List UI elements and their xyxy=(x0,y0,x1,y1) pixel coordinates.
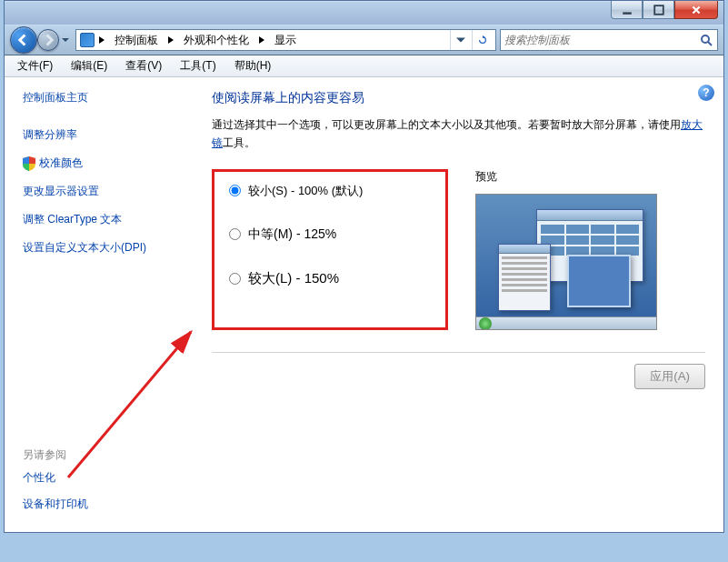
breadcrumb-root-chevron[interactable] xyxy=(96,36,107,44)
menubar: 文件(F) 编辑(E) 查看(V) 工具(T) 帮助(H) xyxy=(5,55,723,77)
highlighted-options-box: 较小(S) - 100% (默认) 中等(M) - 125% 较大(L) - 1… xyxy=(212,169,448,330)
search-box[interactable] xyxy=(500,29,718,51)
page-title: 使阅读屏幕上的内容更容易 xyxy=(212,90,705,106)
radio-large[interactable] xyxy=(229,273,241,285)
main-content: ? 使阅读屏幕上的内容更容易 通过选择其中一个选项，可以更改屏幕上的文本大小以及… xyxy=(195,77,723,532)
menu-edit[interactable]: 编辑(E) xyxy=(62,56,116,75)
refresh-button[interactable] xyxy=(472,30,492,50)
menu-view[interactable]: 查看(V) xyxy=(116,56,171,75)
radio-large-label: 较大(L) - 150% xyxy=(248,270,339,287)
sidebar-link-dpi[interactable]: 设置自定义文本大小(DPI) xyxy=(23,240,195,256)
see-also-heading: 另请参阅 xyxy=(23,447,195,463)
svg-rect-1 xyxy=(654,5,663,15)
menu-help[interactable]: 帮助(H) xyxy=(225,56,281,75)
radio-option-medium[interactable]: 中等(M) - 125% xyxy=(229,226,418,243)
help-icon[interactable]: ? xyxy=(698,85,714,101)
address-dropdown[interactable] xyxy=(450,30,470,50)
sidebar: 控制面板主页 调整分辨率 校准颜色 更改显示器设置 调整 ClearType 文… xyxy=(5,77,195,532)
radio-medium-label: 中等(M) - 125% xyxy=(248,226,336,243)
maximize-button[interactable] xyxy=(643,1,674,19)
titlebar xyxy=(5,1,723,25)
sidebar-home-link[interactable]: 控制面板主页 xyxy=(23,90,195,105)
radio-small-label: 较小(S) - 100% (默认) xyxy=(248,183,363,199)
page-description: 通过选择其中一个选项，可以更改屏幕上的文本大小以及其他项。若要暂时放大部分屏幕，… xyxy=(212,115,705,153)
radio-option-large[interactable]: 较大(L) - 150% xyxy=(229,270,418,287)
breadcrumb-chevron-1[interactable] xyxy=(256,36,267,44)
divider xyxy=(212,352,705,353)
breadcrumb-item-1[interactable]: 外观和个性化 xyxy=(178,30,254,50)
address-bar[interactable]: 控制面板 外观和个性化 显示 xyxy=(75,29,496,51)
search-icon[interactable] xyxy=(699,33,713,47)
sidebar-link-display-settings[interactable]: 更改显示器设置 xyxy=(23,184,195,199)
close-button[interactable] xyxy=(674,1,718,19)
search-input[interactable] xyxy=(504,34,699,46)
breadcrumb-chevron-0[interactable] xyxy=(165,36,176,44)
menu-file[interactable]: 文件(F) xyxy=(8,56,62,75)
sidebar-link-cleartype[interactable]: 调整 ClearType 文本 xyxy=(23,212,195,227)
svg-rect-0 xyxy=(623,12,632,14)
radio-option-small[interactable]: 较小(S) - 100% (默认) xyxy=(229,183,418,199)
see-also-devices[interactable]: 设备和打印机 xyxy=(23,497,195,512)
nav-history-dropdown[interactable] xyxy=(59,26,72,54)
preview-thumbnail xyxy=(475,194,657,330)
navbar: 控制面板 外观和个性化 显示 xyxy=(5,25,723,55)
menu-tools[interactable]: 工具(T) xyxy=(171,56,224,75)
sidebar-link-calibrate[interactable]: 校准颜色 xyxy=(39,156,83,171)
sidebar-link-resolution[interactable]: 调整分辨率 xyxy=(23,127,195,143)
nav-forward-button[interactable] xyxy=(37,29,59,51)
see-also-personalize[interactable]: 个性化 xyxy=(23,470,195,486)
breadcrumb-item-0[interactable]: 控制面板 xyxy=(109,30,164,50)
svg-point-2 xyxy=(702,35,709,43)
control-panel-icon xyxy=(80,33,95,47)
shield-icon xyxy=(23,156,35,171)
minimize-button[interactable] xyxy=(611,1,643,19)
radio-small[interactable] xyxy=(229,185,241,196)
apply-button[interactable]: 应用(A) xyxy=(634,364,705,389)
breadcrumb-item-2[interactable]: 显示 xyxy=(269,30,302,50)
nav-back-button[interactable] xyxy=(10,26,37,54)
preview-label: 预览 xyxy=(475,169,705,185)
radio-medium[interactable] xyxy=(229,228,241,240)
